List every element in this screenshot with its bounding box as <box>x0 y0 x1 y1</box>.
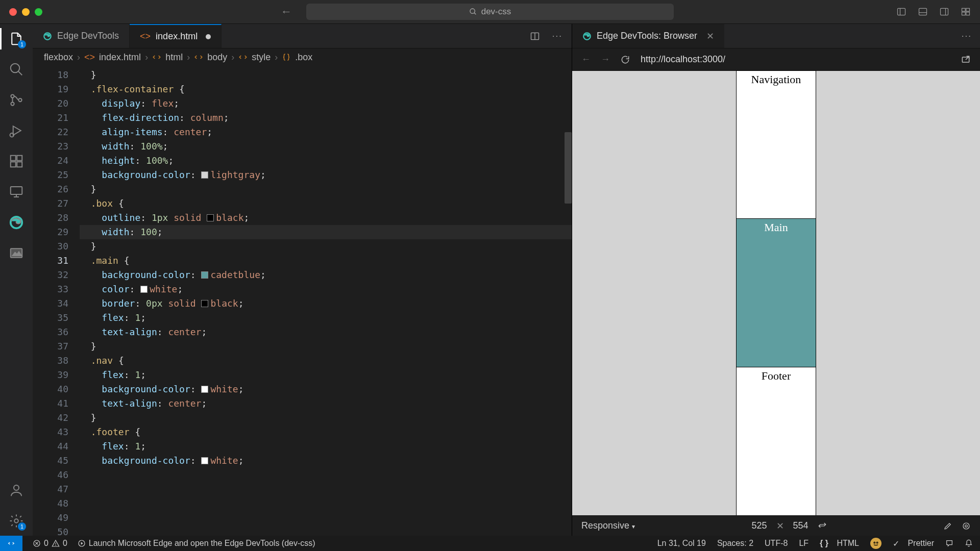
copilot-icon[interactable] <box>870 538 881 549</box>
svg-point-30 <box>14 519 18 523</box>
source-control-icon[interactable] <box>8 91 25 109</box>
svg-point-15 <box>11 102 14 105</box>
svg-point-38 <box>965 524 968 527</box>
tag-icon <box>152 53 161 62</box>
edit-icon[interactable] <box>943 521 952 531</box>
cursor-position[interactable]: Ln 31, Col 19 <box>657 539 706 548</box>
svg-rect-20 <box>17 156 22 161</box>
svg-rect-4 <box>919 8 927 15</box>
settings-gear-icon[interactable]: 1 <box>8 512 25 530</box>
breadcrumb-item[interactable]: style <box>252 52 271 63</box>
remote-explorer-icon[interactable] <box>8 183 25 201</box>
nav-back[interactable]: ← <box>281 5 292 18</box>
svg-point-14 <box>11 94 14 97</box>
devtools-tab-label: Edge DevTools: Browser <box>597 31 697 41</box>
layout-grid-icon[interactable] <box>961 7 971 17</box>
tab-label: Edge DevTools <box>57 31 119 41</box>
panel-bottom-icon[interactable] <box>918 7 928 17</box>
tab-label: index.html <box>156 31 198 42</box>
activity-bar: 1 1 <box>0 24 33 536</box>
svg-rect-2 <box>898 8 905 15</box>
command-center[interactable]: dev-css <box>306 4 674 20</box>
close-tab-icon[interactable]: ✕ <box>706 31 714 42</box>
svg-rect-22 <box>17 162 22 167</box>
code-editor[interactable]: 1819202122232425262728293031323334353637… <box>33 66 572 536</box>
status-bar: 0 0 Launch Microsoft Edge and open the E… <box>0 536 980 551</box>
open-external-icon[interactable] <box>961 55 971 65</box>
preview-nav: Navigation <box>737 71 816 219</box>
titlebar: ← → dev-css <box>0 0 980 24</box>
brace-icon <box>282 53 291 62</box>
minimap-scrollbar[interactable] <box>562 66 572 536</box>
minimize-window[interactable] <box>22 8 30 16</box>
svg-line-1 <box>474 13 476 14</box>
svg-point-12 <box>11 64 20 73</box>
target-icon[interactable] <box>962 521 971 531</box>
more-actions-icon[interactable]: ··· <box>552 31 562 41</box>
notifications-icon[interactable] <box>965 539 973 547</box>
svg-rect-9 <box>966 8 970 11</box>
line-gutter: 1819202122232425262728293031323334353637… <box>33 66 80 536</box>
remote-indicator[interactable] <box>0 536 22 551</box>
encoding[interactable]: UTF-8 <box>765 539 788 548</box>
breadcrumb-item[interactable]: .box <box>295 52 312 63</box>
svg-point-29 <box>14 485 19 490</box>
responsive-dropdown[interactable]: Responsive ▾ <box>581 520 635 531</box>
code-content[interactable]: } .flex-container { display: flex; flex-… <box>80 66 572 536</box>
preview-footer: Footer <box>737 367 816 515</box>
devtools-statusbar: Responsive ▾ 525 ✕ 554 <box>572 515 980 536</box>
search-view-icon[interactable] <box>8 61 25 78</box>
html-file-icon: <> <box>140 31 151 42</box>
devtools-browser-tab[interactable]: Edge DevTools: Browser ✕ <box>572 24 724 48</box>
split-editor-icon[interactable] <box>530 31 540 41</box>
explorer-badge: 1 <box>18 40 26 48</box>
language-mode[interactable]: { } HTML <box>820 539 859 548</box>
panel-left-icon[interactable] <box>896 7 906 17</box>
image-preview-icon[interactable] <box>8 244 25 262</box>
breadcrumb-item[interactable]: body <box>207 52 227 63</box>
edge-tools-icon[interactable] <box>8 214 25 231</box>
browser-forward-icon[interactable]: → <box>601 54 610 65</box>
eol[interactable]: LF <box>799 539 808 548</box>
viewport-width[interactable]: 525 <box>752 520 767 531</box>
svg-point-43 <box>56 545 56 545</box>
preview-main: Main <box>737 219 816 367</box>
reload-icon[interactable] <box>620 55 630 65</box>
launch-task[interactable]: Launch Microsoft Edge and open the Edge … <box>78 539 315 548</box>
search-text: dev-css <box>481 7 511 17</box>
breadcrumb-item[interactable]: index.html <box>99 52 141 63</box>
svg-rect-21 <box>11 162 16 167</box>
page-preview[interactable]: Navigation Main Footer <box>572 71 980 515</box>
breadcrumb[interactable]: flexbox› <> index.html› html› body› styl… <box>33 48 572 66</box>
viewport-height[interactable]: 554 <box>793 520 808 531</box>
editor-group: Edge DevTools <> index.html ··· flexbox›… <box>33 24 572 536</box>
problems-indicator[interactable]: 0 0 <box>33 539 67 548</box>
url-bar[interactable]: http://localhost:3000/ <box>641 54 725 65</box>
breadcrumb-item[interactable]: flexbox <box>44 52 73 63</box>
accounts-icon[interactable] <box>8 482 25 499</box>
browser-back-icon[interactable]: ← <box>581 54 591 65</box>
prettier-status[interactable]: ✓ Prettier <box>893 539 934 548</box>
editor-tabs: Edge DevTools <> index.html ··· <box>33 24 572 48</box>
tag-icon <box>238 53 248 62</box>
maximize-window[interactable] <box>35 8 42 16</box>
svg-rect-23 <box>11 187 22 194</box>
more-actions-icon[interactable]: ··· <box>962 31 972 41</box>
indentation[interactable]: Spaces: 2 <box>717 539 753 548</box>
close-window[interactable] <box>9 8 17 16</box>
breadcrumb-item[interactable]: html <box>165 52 183 63</box>
run-debug-icon[interactable] <box>8 122 25 139</box>
window-controls <box>9 8 42 16</box>
tab-index-html[interactable]: <> index.html <box>130 24 222 48</box>
svg-point-16 <box>18 98 21 102</box>
swap-dimensions-icon[interactable] <box>818 521 827 531</box>
extensions-icon[interactable] <box>8 153 25 170</box>
svg-marker-45 <box>81 542 83 544</box>
devtools-panel: Edge DevTools: Browser ✕ ··· ← → http://… <box>572 24 980 536</box>
settings-badge: 1 <box>18 522 26 531</box>
search-icon <box>469 8 477 16</box>
feedback-icon[interactable] <box>945 539 953 547</box>
panel-right-icon[interactable] <box>939 7 949 17</box>
explorer-icon[interactable]: 1 <box>8 30 25 47</box>
tab-edge-devtools[interactable]: Edge DevTools <box>33 24 130 48</box>
